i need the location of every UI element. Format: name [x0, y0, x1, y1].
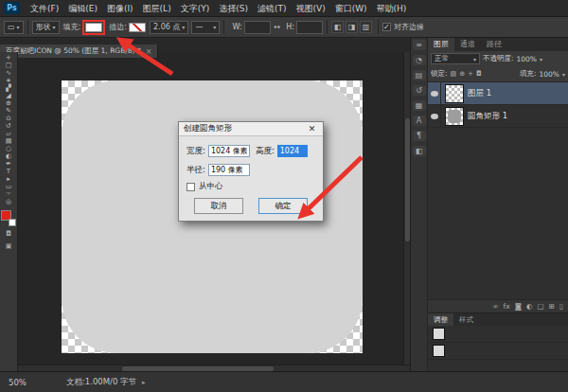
- menu-window[interactable]: 窗口(W): [330, 0, 372, 17]
- layer-mask-icon[interactable]: ◙: [515, 302, 522, 311]
- preset-row[interactable]: [428, 343, 568, 360]
- tool-preset-picker[interactable]: ▭ ▾: [4, 21, 24, 34]
- tab-paths[interactable]: 路径: [481, 38, 507, 51]
- gradient-panel-icon[interactable]: ▤: [413, 70, 426, 80]
- link-layers-icon[interactable]: ∞: [492, 302, 498, 311]
- path-alignment-icon[interactable]: ◨: [346, 21, 358, 33]
- close-icon[interactable]: ✕: [306, 124, 318, 134]
- dialog-height-input[interactable]: [277, 145, 308, 157]
- document-tab[interactable]: 百度贴吧ICON @ 50% (图层 1, RGB/8) * ×: [0, 45, 158, 58]
- shape-width-field[interactable]: [244, 21, 271, 34]
- tab-adjustments[interactable]: 调整: [428, 313, 453, 326]
- lock-pixels-icon[interactable]: ⊕: [459, 70, 465, 78]
- character-panel-icon[interactable]: A: [413, 116, 426, 126]
- ok-button[interactable]: 确定: [258, 198, 308, 214]
- preset-row[interactable]: [428, 326, 568, 343]
- tab-layers[interactable]: 图层: [428, 38, 454, 51]
- move-tool-icon[interactable]: +: [1, 54, 17, 62]
- bottom-panel-tabs: 调整 样式: [428, 313, 568, 326]
- healing-brush-tool-icon[interactable]: ⊕: [1, 99, 17, 107]
- properties-panel-icon[interactable]: ≡: [413, 40, 426, 50]
- layer-thumbnail[interactable]: [445, 107, 464, 126]
- vertical-scrollbar[interactable]: [403, 52, 410, 365]
- lock-position-icon[interactable]: +: [468, 70, 473, 78]
- dialog-title-bar[interactable]: 创建圆角矩形 ✕: [179, 122, 323, 136]
- history-brush-tool-icon[interactable]: ↺: [1, 122, 17, 130]
- from-center-checkbox[interactable]: [186, 183, 195, 191]
- path-selection-tool-icon[interactable]: ▸: [1, 175, 17, 183]
- menu-help[interactable]: 帮助(H): [372, 0, 412, 17]
- marquee-tool-icon[interactable]: □: [1, 62, 17, 69]
- blend-mode-dropdown[interactable]: 正常 ▾: [431, 53, 480, 64]
- layer-visibility-toggle[interactable]: [428, 105, 441, 127]
- crop-tool-icon[interactable]: ▞: [1, 84, 17, 92]
- menu-filter[interactable]: 滤镜(T): [253, 0, 292, 17]
- status-bar: 50% 文档:1.00M/0 字节 ▸: [0, 371, 568, 392]
- gradient-tool-icon[interactable]: ▤: [1, 137, 17, 145]
- new-layer-icon[interactable]: ⊞: [549, 302, 555, 311]
- adjustment-layer-icon[interactable]: ◐: [526, 302, 533, 311]
- path-operations-icon[interactable]: ◧: [331, 21, 344, 33]
- horizontal-scrollbar[interactable]: [18, 365, 410, 371]
- layer-thumbnail[interactable]: [445, 84, 464, 103]
- histogram-panel-icon[interactable]: ◔: [413, 55, 426, 65]
- layer-group-icon[interactable]: □: [537, 302, 543, 311]
- opacity-value[interactable]: 100%: [517, 55, 537, 63]
- stroke-color-swatch[interactable]: [129, 23, 146, 32]
- menu-type[interactable]: 文字(Y): [176, 0, 215, 17]
- layers-panel-tabs: 图层 通道 路径: [428, 38, 568, 51]
- lock-all-icon[interactable]: ◘: [476, 70, 482, 78]
- blur-tool-icon[interactable]: ○: [1, 145, 17, 152]
- layer-row-layer-1[interactable]: 图层 1: [428, 82, 568, 105]
- align-edges-checkbox[interactable]: ✓: [382, 23, 391, 31]
- tab-styles[interactable]: 样式: [453, 313, 479, 326]
- stroke-width-field[interactable]: 2.06 点 ▾: [150, 21, 188, 34]
- menu-image[interactable]: 图像(I): [102, 0, 138, 17]
- brush-tool-icon[interactable]: ✎: [1, 107, 17, 115]
- background-color-swatch[interactable]: [9, 219, 16, 226]
- menu-edit[interactable]: 编辑(E): [63, 0, 102, 17]
- menu-layer[interactable]: 图层(L): [138, 0, 176, 17]
- screen-mode-icon[interactable]: ▣: [1, 241, 17, 251]
- close-icon[interactable]: ×: [146, 47, 152, 56]
- quick-mask-icon[interactable]: ◘: [1, 229, 17, 239]
- layer-fill-value[interactable]: 100%: [540, 70, 559, 79]
- layer-effects-icon[interactable]: fx: [504, 302, 510, 311]
- dialog-radius-input[interactable]: [208, 164, 250, 176]
- layer-visibility-toggle[interactable]: [428, 82, 441, 104]
- hand-tool-icon[interactable]: ☞: [1, 190, 17, 198]
- tool-mode-dropdown[interactable]: 形状 ▾: [32, 21, 60, 34]
- layer-name[interactable]: 图层 1: [468, 88, 491, 99]
- dialog-width-input[interactable]: [208, 145, 250, 157]
- tab-channels[interactable]: 通道: [454, 38, 481, 51]
- path-arrange-icon[interactable]: ▥: [360, 21, 372, 33]
- menu-view[interactable]: 视图(V): [291, 0, 329, 17]
- type-tool-icon[interactable]: T: [1, 168, 17, 175]
- lasso-tool-icon[interactable]: ∿: [1, 69, 17, 77]
- eyedropper-tool-icon[interactable]: ◢: [1, 92, 17, 99]
- delete-layer-icon[interactable]: ▯: [559, 302, 563, 311]
- zoom-level[interactable]: 50%: [9, 378, 27, 387]
- cancel-button[interactable]: 取消: [194, 198, 243, 214]
- clone-stamp-tool-icon[interactable]: ⊙: [1, 115, 17, 122]
- layer-row-rounded-rect[interactable]: 圆角矩形 1: [428, 105, 568, 128]
- pen-tool-icon[interactable]: ✒: [1, 160, 17, 168]
- stroke-style-dropdown[interactable]: — ▾: [191, 21, 220, 34]
- menu-file[interactable]: 文件(F): [26, 0, 63, 17]
- wh-link-icon[interactable]: ↔: [275, 23, 281, 31]
- dodge-tool-icon[interactable]: ◐: [1, 152, 17, 160]
- layer-name[interactable]: 圆角矩形 1: [468, 111, 507, 122]
- menu-select[interactable]: 选择(S): [214, 0, 253, 17]
- shape-height-field[interactable]: [296, 21, 323, 34]
- info-panel-icon[interactable]: ▦: [413, 100, 426, 111]
- status-options-arrow-icon[interactable]: ▸: [142, 379, 146, 386]
- swatches-panel-icon[interactable]: ◧: [413, 146, 426, 156]
- shape-tool-icon[interactable]: ▭: [1, 183, 17, 190]
- history-panel-icon[interactable]: ↺: [413, 85, 426, 96]
- lock-transparency-icon[interactable]: ▨: [451, 70, 457, 78]
- paragraph-panel-icon[interactable]: ¶: [413, 131, 426, 141]
- zoom-tool-icon[interactable]: ◎: [1, 198, 17, 205]
- eraser-tool-icon[interactable]: ▱: [1, 130, 17, 137]
- fill-color-swatch[interactable]: [85, 23, 102, 32]
- magic-wand-tool-icon[interactable]: ∗: [1, 77, 17, 84]
